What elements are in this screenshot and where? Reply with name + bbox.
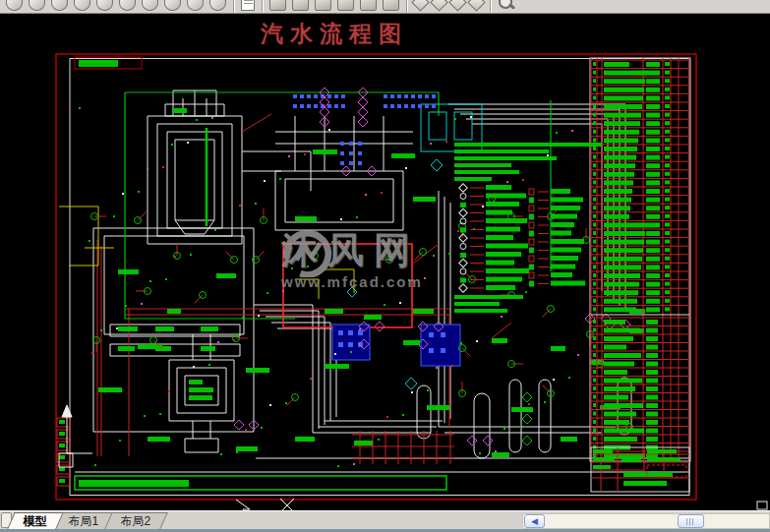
company-strip	[75, 476, 446, 490]
left-mini-table	[57, 418, 70, 486]
toolbar-icon-cyl[interactable]	[119, 0, 136, 11]
sheet-tab-label: 布局2	[114, 513, 156, 530]
title-block	[591, 447, 689, 492]
toolbar-icon-cyl[interactable]	[29, 0, 45, 11]
sheet-tab-label: 布局1	[63, 513, 105, 530]
toolbar-icon-cyl[interactable]	[96, 0, 113, 11]
toolbar-icon-dia[interactable]	[448, 0, 466, 12]
toolbar-icon-dia[interactable]	[411, 0, 429, 12]
toolbar-icon-dia[interactable]	[430, 0, 447, 12]
sheet-tab-label: 模型	[18, 513, 53, 530]
autocad-window: 汽水流程图 沐风网 www.mfcad.com 模型布局1布局2 ◀	[0, 0, 770, 532]
piping-schematic	[0, 14, 770, 510]
toolbar-icon-cyl[interactable]	[6, 0, 23, 11]
sheet-tab-2[interactable]: 布局2	[104, 512, 167, 529]
toolbar-icon-box[interactable]	[269, 0, 286, 11]
toolbar-icon-dia[interactable]	[467, 0, 485, 12]
toolbar-icon-box[interactable]	[315, 0, 331, 11]
toolbar-icon-cyl[interactable]	[209, 0, 226, 11]
toolbar-icon-box[interactable]	[337, 0, 354, 11]
toolbar	[0, 0, 770, 14]
toolbar-icon-cyl[interactable]	[142, 0, 158, 11]
toolbar-icon-cyl[interactable]	[51, 0, 68, 11]
red-pipework	[97, 114, 511, 464]
toolbar-icon-box[interactable]	[383, 0, 399, 11]
scroll-left-button[interactable]: ◀	[524, 514, 545, 528]
scrollbar-thumb[interactable]	[678, 514, 704, 528]
crosshair-cursor	[236, 499, 294, 510]
sheet-tab-bar: 模型布局1布局2 ◀	[0, 510, 770, 529]
toolbar-icon-mag[interactable]	[498, 0, 514, 11]
toolbar-icon-box[interactable]	[292, 0, 309, 11]
toolbar-icon-cyl[interactable]	[164, 0, 181, 11]
toolbar-icon-box[interactable]	[360, 0, 377, 11]
drawing-canvas[interactable]: 汽水流程图 沐风网 www.mfcad.com	[0, 14, 770, 510]
sheet-tab-0[interactable]: 模型	[7, 512, 64, 529]
toolbar-icon-sheet[interactable]	[241, 0, 255, 11]
horizontal-scrollbar[interactable]: ◀	[522, 513, 770, 529]
toolbar-icon-cyl[interactable]	[187, 0, 204, 11]
symbol-legend	[454, 143, 602, 313]
toolbar-icon-cyl[interactable]	[74, 0, 90, 11]
